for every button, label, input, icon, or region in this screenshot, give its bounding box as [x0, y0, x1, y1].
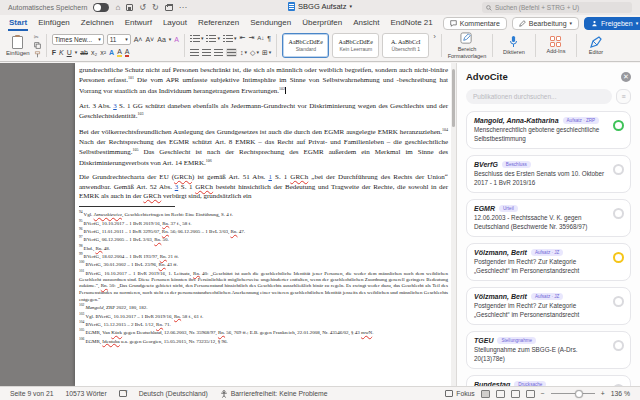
sort-button[interactable]: A↓ [257, 35, 264, 41]
search-icon [486, 5, 492, 11]
view-outline-button[interactable] [511, 390, 520, 398]
share-button[interactable]: Freigeben ▾ [584, 17, 640, 30]
grow-font-button[interactable]: A˄ [134, 36, 143, 43]
zoom-slider-knob[interactable] [575, 390, 583, 398]
autosave-toggle[interactable] [93, 3, 109, 12]
multilevel-list-button[interactable]: ▾ [223, 35, 237, 42]
accessibility-status[interactable]: Barrierefreiheit: Keine Probleme [220, 390, 328, 398]
focus-mode-button[interactable]: Fokus [445, 390, 475, 397]
close-icon[interactable]: ✕ [621, 72, 631, 82]
text-effects-button[interactable]: A [109, 49, 114, 56]
bullet-list-button[interactable]: ▾ [190, 35, 204, 42]
home-icon[interactable]: ⌂ [115, 4, 120, 12]
change-case-button[interactable]: Aa [157, 36, 166, 43]
copy-icon[interactable] [34, 42, 41, 49]
search-input[interactable]: Suchen (Befehl + STRG + U) [482, 2, 632, 13]
zoom-level[interactable]: 136 % [611, 390, 630, 397]
tab-entwurf[interactable]: Entwurf [124, 16, 153, 31]
bullet-list-icon [190, 35, 200, 42]
strikethrough-button[interactable]: ab [80, 49, 88, 56]
citation-card[interactable]: Völzmann, BeritAufsatz · JZPostgender im… [466, 287, 631, 325]
style-kein-leerraum[interactable]: AaBbCcDdEeKein Leerraum [332, 33, 379, 58]
more-icon[interactable]: ⋯ [179, 4, 187, 12]
print-icon[interactable] [165, 5, 173, 11]
clear-formatting-button[interactable]: A [174, 36, 179, 43]
filter-button[interactable]: ≡ [616, 89, 631, 104]
proofing-icon[interactable] [119, 390, 127, 397]
increase-indent-button[interactable]: ⇥ [248, 34, 254, 42]
line-spacing-button[interactable]: ↕▾ [240, 49, 247, 56]
tab-referenzen[interactable]: Referenzen [197, 16, 240, 31]
highlight-color-button[interactable]: A [117, 48, 122, 57]
tab-endnote-21[interactable]: EndNote 21 [389, 16, 433, 31]
document-canvas[interactable]: grundrechtliche Schutz nicht auf Persone… [0, 63, 456, 386]
language-indicator[interactable]: Deutsch (Deutschland) [139, 390, 208, 397]
status-indicator[interactable] [613, 120, 624, 131]
status-indicator[interactable] [613, 208, 624, 219]
align-center-button[interactable] [202, 49, 211, 56]
tab-sendungen[interactable]: Sendungen [249, 16, 292, 31]
pilcrow-button[interactable]: ¶ [267, 35, 271, 42]
dictate-button[interactable]: Diktieren [498, 32, 530, 59]
style-überschrift-1[interactable]: A. AaBbCcIÜberschrift 1 [382, 33, 429, 58]
view-print-layout-button[interactable] [481, 390, 490, 398]
zoom-slider[interactable] [551, 393, 595, 394]
tab-start[interactable]: Start [8, 16, 28, 31]
cut-button[interactable]: ✂ [34, 33, 41, 40]
tab-überprüfen[interactable]: Überprüfen [301, 16, 343, 31]
citation-card[interactable]: BVerfGBeschlussBeschluss des Ersten Sena… [466, 155, 631, 193]
citation-card[interactable]: TGEUStellungnahmeStellungnahme zum SBGG-… [466, 331, 631, 369]
align-left-button[interactable] [190, 49, 199, 56]
styles-pane-button[interactable]: Bereich Formatvorlagen [447, 32, 487, 59]
underline-button[interactable]: U [67, 49, 72, 56]
status-indicator[interactable] [613, 164, 624, 175]
citation-card[interactable]: Mangold, Anna-KatharinaAufsatz · ZRPMens… [466, 111, 631, 149]
status-indicator[interactable] [613, 252, 624, 263]
status-indicator[interactable] [613, 296, 624, 307]
shading-button[interactable]: ◇▾ [250, 49, 259, 57]
citation-card[interactable]: BundestagDrucksacheEntwurf eines Gesetze… [466, 375, 631, 386]
font-name-select[interactable]: Times New...▾ [52, 34, 104, 45]
word-count[interactable]: 10573 Wörter [65, 390, 106, 397]
view-web-layout-button[interactable] [496, 390, 505, 398]
citation-card[interactable]: EGMRUrteil12.06.2003 - Rechtssache V. K.… [466, 199, 631, 237]
document-page[interactable]: grundrechtliche Schutz nicht auf Persone… [75, 63, 452, 386]
font-color-button[interactable]: A [125, 48, 130, 57]
document-title[interactable]: SBGG Aufsatz ▾ [288, 2, 352, 11]
page-indicator[interactable]: Seite 9 von 21 [10, 390, 53, 397]
zoom-in-button[interactable]: + [601, 390, 605, 397]
redo-icon[interactable]: ↻ [152, 4, 159, 12]
style-standard[interactable]: AaBbCcDdEeStandard [282, 33, 329, 58]
shrink-font-button[interactable]: A˅ [145, 36, 154, 43]
citation-search-input[interactable] [466, 89, 612, 104]
save-icon[interactable] [126, 4, 133, 11]
paste-button[interactable]: Einfügen [6, 32, 30, 59]
bold-button[interactable]: F [52, 49, 56, 56]
tab-zeichnen[interactable]: Zeichnen [80, 16, 115, 31]
format-painter-icon[interactable] [34, 51, 41, 58]
view-draft-button[interactable] [526, 390, 535, 398]
align-right-button[interactable] [214, 49, 223, 56]
tab-ansicht[interactable]: Ansicht [352, 16, 380, 31]
italic-button[interactable]: K [59, 49, 64, 56]
citation-card[interactable]: Völzmann, BeritAufsatz · JZPostgender im… [466, 243, 631, 281]
tab-layout[interactable]: Layout [162, 16, 188, 31]
gallery-expander[interactable]: › [433, 32, 436, 59]
zoom-out-button[interactable]: − [541, 390, 545, 397]
borders-button[interactable]: ⊞▾ [262, 49, 271, 57]
justify-button[interactable] [226, 48, 237, 57]
decrease-indent-button[interactable]: ⇤ [240, 34, 246, 42]
editor-button[interactable]: Editor [582, 32, 610, 59]
comments-button[interactable]: Kommentare [443, 17, 507, 30]
subscript-button[interactable]: x₂ [91, 49, 97, 56]
editing-mode-button[interactable]: Bearbeitung ▾ [512, 17, 579, 30]
scrollbar[interactable] [451, 63, 456, 386]
font-size-select[interactable]: 11▾ [107, 34, 131, 45]
superscript-button[interactable]: x² [100, 49, 106, 56]
status-indicator[interactable] [613, 340, 624, 351]
addins-button[interactable]: Add-Ins [541, 32, 571, 59]
tab-einfügen[interactable]: Einfügen [37, 16, 71, 31]
undo-icon[interactable]: ↺ [139, 4, 146, 12]
scrollbar-thumb[interactable] [452, 69, 455, 127]
numbered-list-button[interactable]: ▾ [206, 35, 220, 42]
